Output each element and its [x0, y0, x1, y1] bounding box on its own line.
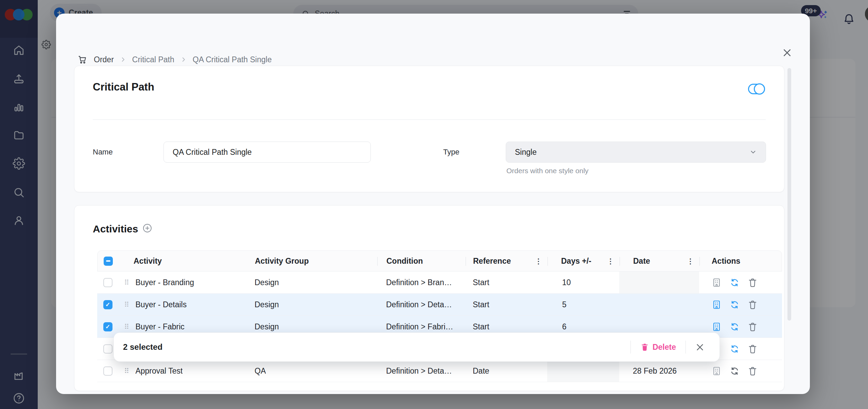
- col-activity-group: Activity Group: [255, 257, 309, 266]
- col-activity: Activity: [134, 257, 162, 266]
- col-reference: Reference: [473, 257, 511, 266]
- refresh-action-icon[interactable]: [729, 299, 740, 310]
- row-checkbox[interactable]: [103, 344, 112, 354]
- activities-card: Activities Activity Activity Group Condi…: [74, 205, 784, 391]
- bulk-delete-label: Delete: [653, 343, 676, 352]
- condition: Definition > Deta…: [386, 366, 452, 376]
- type-help-text: Orders with one style only: [506, 167, 589, 175]
- type-select[interactable]: Single: [506, 142, 766, 163]
- row-checkbox[interactable]: [103, 366, 112, 376]
- col-days: Days +/-: [561, 257, 591, 266]
- drag-handle-icon[interactable]: ⠿: [124, 279, 129, 286]
- select-all-checkbox[interactable]: [104, 257, 113, 266]
- table-row: ⠿Approval Test QA Definition > Deta… Dat…: [97, 360, 782, 382]
- drag-handle-icon[interactable]: ⠿: [124, 301, 129, 308]
- selection-count: 2 selected: [123, 342, 630, 352]
- date-value[interactable]: 28 Feb 2026: [633, 366, 677, 376]
- trash-icon: [640, 343, 649, 351]
- row-checkbox[interactable]: ✓: [103, 322, 112, 331]
- column-menu-icon[interactable]: ⋮: [533, 256, 544, 266]
- drag-handle-icon[interactable]: ⠿: [124, 323, 129, 330]
- activity-name: Buyer - Fabric: [135, 322, 184, 331]
- delete-action-icon[interactable]: [747, 344, 758, 354]
- delete-action-icon[interactable]: [747, 277, 758, 288]
- critical-path-settings-card: Critical Path Name QA Critical Path Sing…: [74, 66, 784, 192]
- toggle-knob: [754, 83, 765, 95]
- table-row: ✓ ⠿Buyer - Details Design Definition > D…: [97, 294, 782, 316]
- activities-table: Activity Activity Group Condition Refere…: [97, 250, 782, 382]
- drag-handle-icon[interactable]: ⠿: [124, 367, 129, 375]
- days-value[interactable]: 6: [562, 322, 567, 331]
- card-divider: [93, 119, 766, 120]
- modal-close-button[interactable]: [779, 44, 796, 61]
- modal-scrollbar[interactable]: [787, 68, 791, 321]
- chevron-right-icon: [180, 56, 187, 63]
- activities-title: Activities: [93, 223, 138, 235]
- type-label: Type: [443, 148, 459, 157]
- add-activity-icon[interactable]: [142, 223, 152, 233]
- cart-icon: [77, 54, 88, 65]
- chevron-right-icon: [120, 56, 126, 63]
- factory-action-icon[interactable]: [711, 322, 722, 332]
- col-actions: Actions: [712, 257, 740, 266]
- refresh-action-icon[interactable]: [729, 344, 740, 354]
- activity-name: Buyer - Branding: [135, 278, 194, 287]
- row-checkbox[interactable]: [103, 278, 112, 287]
- condition: Definition > Fabri…: [386, 322, 453, 331]
- refresh-action-icon[interactable]: [729, 366, 740, 376]
- selection-bar: 2 selected Delete: [114, 332, 720, 362]
- table-row: ⠿Buyer - Branding Design Definition > Br…: [97, 272, 782, 294]
- days-value[interactable]: 10: [562, 278, 571, 287]
- selection-bar-divider: [630, 341, 631, 354]
- refresh-action-icon[interactable]: [729, 277, 740, 288]
- condition: Definition > Bran…: [386, 278, 452, 287]
- delete-action-icon[interactable]: [747, 299, 758, 310]
- active-toggle[interactable]: [748, 84, 765, 94]
- factory-action-icon[interactable]: [711, 299, 722, 310]
- column-menu-icon[interactable]: ⋮: [685, 256, 696, 266]
- critical-path-modal: Order Critical Path QA Critical Path Sin…: [56, 14, 810, 394]
- close-icon: [782, 48, 792, 58]
- name-input[interactable]: QA Critical Path Single: [163, 142, 371, 163]
- delete-action-icon[interactable]: [747, 322, 758, 332]
- reference: Start: [473, 322, 489, 331]
- factory-action-icon[interactable]: [711, 277, 722, 288]
- factory-action-icon[interactable]: [711, 366, 722, 376]
- name-value: QA Critical Path Single: [173, 148, 252, 157]
- row-checkbox[interactable]: ✓: [103, 300, 112, 309]
- activity-group: QA: [255, 366, 266, 376]
- reference: Start: [473, 278, 489, 287]
- name-label: Name: [93, 148, 113, 157]
- close-icon: [695, 343, 705, 352]
- breadcrumb-current: QA Critical Path Single: [193, 55, 272, 64]
- reference: Date: [473, 366, 489, 376]
- breadcrumb-order[interactable]: Order: [94, 55, 114, 64]
- condition: Definition > Deta…: [386, 300, 452, 309]
- card-title: Critical Path: [93, 81, 154, 93]
- activity-group: Design: [255, 278, 279, 287]
- type-value: Single: [515, 148, 537, 157]
- selection-bar-divider: [685, 341, 686, 354]
- col-date: Date: [633, 257, 650, 266]
- col-condition: Condition: [386, 257, 423, 266]
- column-menu-icon[interactable]: ⋮: [605, 256, 616, 266]
- days-value[interactable]: 5: [562, 300, 567, 309]
- activity-group: Design: [255, 300, 279, 309]
- selection-bar-close-button[interactable]: [695, 343, 705, 352]
- breadcrumb-critical-path[interactable]: Critical Path: [132, 55, 174, 64]
- chevron-down-icon: [749, 148, 757, 156]
- activity-name: Approval Test: [135, 366, 183, 376]
- breadcrumb: Order Critical Path QA Critical Path Sin…: [77, 54, 272, 65]
- delete-action-icon[interactable]: [747, 366, 758, 376]
- activity-group: Design: [255, 322, 279, 331]
- table-header: Activity Activity Group Condition Refere…: [97, 250, 782, 272]
- reference: Start: [473, 300, 489, 309]
- activity-name: Buyer - Details: [135, 300, 187, 309]
- bulk-delete-button[interactable]: Delete: [640, 343, 676, 352]
- refresh-action-icon[interactable]: [729, 322, 740, 332]
